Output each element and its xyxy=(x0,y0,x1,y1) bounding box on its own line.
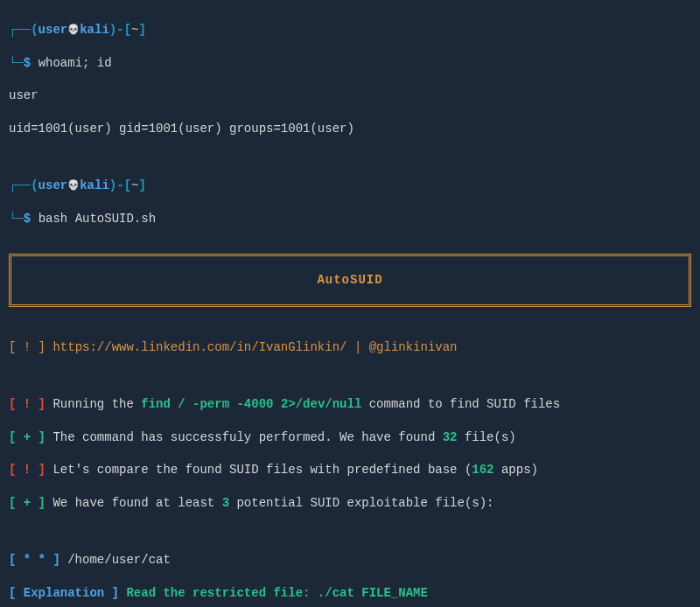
autosuid-banner: AutoSUID xyxy=(9,254,691,307)
terminal[interactable]: ┌──(user💀kali)-[~] └─$ whoami; id user u… xyxy=(9,5,691,243)
prompt-line-3: ┌──(user💀kali)-[~] xyxy=(9,178,691,194)
cmd-whoami-1: whoami; id xyxy=(38,56,112,70)
file-cat: [ * * ] /home/user/cat xyxy=(9,552,691,569)
prompt-line-2: └─$ whoami; id xyxy=(9,55,691,72)
linkedin-url: https://www.linkedin.com/in/IvanGlinkin/ xyxy=(52,340,346,354)
output-user: user xyxy=(9,87,691,104)
found-count-line: [ + ] The command has successfuly perfor… xyxy=(9,429,691,446)
twitter-handle: @glinkinivan xyxy=(369,340,458,354)
output-id-1: uid=1001(user) gid=1001(user) groups=100… xyxy=(9,121,691,137)
prompt-line-4: └─$ bash AutoSUID.sh xyxy=(9,211,691,227)
potential-line: [ + ] We have found at least 3 potential… xyxy=(9,495,691,512)
prompt-line-1: ┌──(user💀kali)-[~] xyxy=(9,22,691,38)
explain-cat: [ Explanation ] Read the restricted file… xyxy=(9,585,691,602)
skull-icon: 💀 xyxy=(67,180,80,191)
skull-icon: 💀 xyxy=(67,24,80,35)
run-find-line: [ ! ] Running the find / -perm -4000 2>/… xyxy=(9,396,691,413)
info-link-line: [ ! ] https://www.linkedin.com/in/IvanGl… xyxy=(9,339,691,356)
cmd-bash-autosuid: bash AutoSUID.sh xyxy=(38,212,156,226)
compare-line: [ ! ] Let's compare the found SUID files… xyxy=(9,462,691,478)
terminal-output[interactable]: [ ! ] https://www.linkedin.com/in/IvanGl… xyxy=(9,323,691,607)
